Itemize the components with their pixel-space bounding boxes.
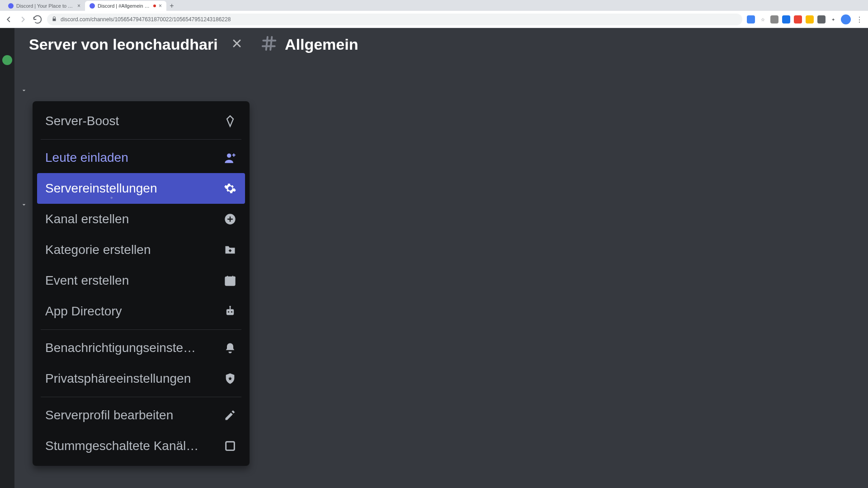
svg-rect-3 (226, 309, 234, 315)
reload-button[interactable] (33, 14, 42, 24)
url-text: discord.com/channels/1056547947631870022… (61, 16, 231, 23)
folder-plus-icon (223, 243, 237, 257)
menu-label: Privatsphäreeinstellungen (45, 371, 191, 386)
shield-icon (223, 372, 237, 385)
menu-label: Leute einladen (45, 150, 128, 165)
tab-strip: Discord | Your Place to Talk an × Discor… (0, 0, 868, 11)
back-button[interactable] (4, 14, 14, 24)
menu-item-invite-people[interactable]: Leute einladen (37, 142, 245, 173)
svg-rect-7 (226, 442, 235, 450)
extension-icon[interactable] (782, 15, 790, 23)
browser-tab-active[interactable]: Discord | #Allgemein | Se × (85, 1, 166, 11)
channel-header: Allgemein (253, 35, 358, 54)
server-list-column (0, 28, 14, 488)
menu-item-muted-channels[interactable]: Stummgeschaltete Kanäl… (37, 431, 245, 461)
close-icon[interactable]: × (77, 3, 80, 9)
pencil-icon (223, 408, 237, 422)
menu-label: Event erstellen (45, 273, 129, 288)
discord-favicon (8, 3, 14, 9)
new-tab-button[interactable]: + (166, 1, 177, 11)
menu-label: Stummgeschaltete Kanäl… (45, 439, 198, 453)
extensions-puzzle-icon[interactable]: ✦ (829, 15, 837, 23)
alert-dot-icon (153, 5, 156, 7)
menu-item-create-channel[interactable]: Kanal erstellen (37, 204, 245, 235)
close-icon[interactable]: × (159, 3, 162, 9)
close-icon[interactable] (231, 37, 243, 52)
menu-label: App Directory (45, 304, 122, 319)
chevron-down-icon[interactable] (20, 201, 28, 210)
toolbar-right: ☆ ✦ ⋮ (747, 14, 864, 24)
extension-icon[interactable] (794, 15, 802, 23)
bell-icon (223, 341, 237, 355)
server-icon[interactable] (2, 55, 12, 65)
svg-point-6 (229, 306, 231, 308)
address-row: discord.com/channels/1056547947631870022… (0, 11, 868, 28)
menu-label: Serverprofil bearbeiten (45, 408, 173, 422)
menu-item-create-category[interactable]: Kategorie erstellen (37, 235, 245, 265)
robot-icon (223, 305, 237, 318)
extension-icon[interactable] (747, 15, 755, 23)
server-header[interactable]: Server von leonchaudhari (14, 36, 253, 53)
server-name: Server von leonchaudhari (29, 36, 218, 53)
menu-label: Server-Boost (45, 114, 119, 128)
menu-item-server-settings[interactable]: Servereinstellungen (37, 173, 245, 204)
address-bar[interactable]: discord.com/channels/1056547947631870022… (47, 14, 742, 25)
menu-item-privacy-settings[interactable]: Privatsphäreeinstellungen (37, 363, 245, 394)
lock-icon (52, 16, 57, 23)
svg-rect-2 (226, 277, 235, 286)
channel-name: Allgemein (285, 36, 358, 53)
menu-item-app-directory[interactable]: App Directory (37, 296, 245, 327)
discord-favicon (90, 3, 95, 9)
extension-icon[interactable] (806, 15, 814, 23)
tab-title: Discord | Your Place to Talk an (16, 3, 75, 9)
menu-label: Kategorie erstellen (45, 243, 151, 257)
cursor-icon: ◦ (110, 194, 113, 201)
menu-separator (41, 329, 241, 330)
profile-avatar[interactable] (841, 14, 851, 24)
chevron-down-icon[interactable] (20, 87, 28, 96)
menu-separator (41, 397, 241, 397)
boost-gem-icon (223, 114, 237, 128)
menu-separator (41, 139, 241, 140)
menu-label: Servereinstellungen (45, 181, 157, 196)
browser-chrome: Discord | Your Place to Talk an × Discor… (0, 0, 868, 28)
app-header: Server von leonchaudhari Allgemein (14, 28, 868, 61)
menu-item-notification-settings[interactable]: Benachrichtigungseinste… (37, 333, 245, 363)
svg-point-4 (228, 311, 229, 313)
bookmark-star-icon[interactable]: ☆ (759, 15, 767, 23)
hash-icon (260, 35, 278, 54)
menu-item-server-boost[interactable]: Server-Boost (37, 106, 245, 136)
tab-title: Discord | #Allgemein | Se (98, 3, 151, 9)
menu-label: Benachrichtigungseinste… (45, 341, 196, 355)
menu-item-edit-server-profile[interactable]: Serverprofil bearbeiten (37, 400, 245, 431)
menu-item-create-event[interactable]: Event erstellen (37, 265, 245, 296)
svg-point-0 (227, 154, 231, 158)
kebab-menu-icon[interactable]: ⋮ (854, 14, 864, 24)
checkbox-empty-icon (223, 439, 237, 453)
discord-app: Server von leonchaudhari Allgemein Serve… (0, 28, 868, 488)
server-dropdown-menu: Server-Boost Leute einladen Servereinste… (33, 101, 250, 466)
browser-tab[interactable]: Discord | Your Place to Talk an × (4, 1, 85, 11)
forward-button[interactable] (18, 14, 28, 24)
svg-point-5 (231, 311, 232, 313)
person-add-icon (223, 151, 237, 164)
extension-icon[interactable] (770, 15, 778, 23)
calendar-plus-icon (223, 274, 237, 287)
plus-circle-icon (223, 212, 237, 226)
extension-icon[interactable] (817, 15, 826, 23)
menu-label: Kanal erstellen (45, 212, 129, 226)
gear-icon (223, 182, 237, 195)
